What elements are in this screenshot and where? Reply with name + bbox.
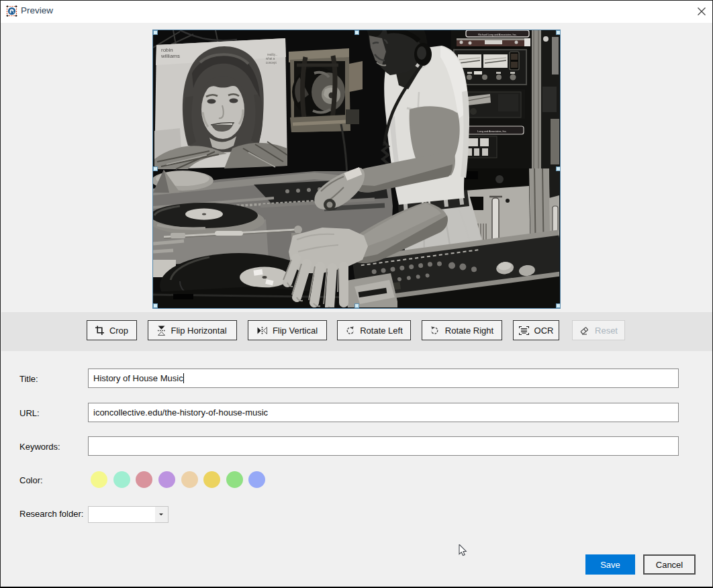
svg-text:Long and Associates, Inc.: Long and Associates, Inc.	[477, 130, 506, 133]
svg-text:robin: robin	[161, 47, 173, 53]
svg-text:Richard Long and Associates, I: Richard Long and Associates, Inc.	[478, 34, 516, 36]
svg-text:what a: what a	[266, 57, 275, 60]
svg-text:concept: concept	[266, 61, 277, 64]
svg-text:williams: williams	[160, 53, 180, 59]
svg-text:reality...: reality...	[267, 53, 277, 56]
